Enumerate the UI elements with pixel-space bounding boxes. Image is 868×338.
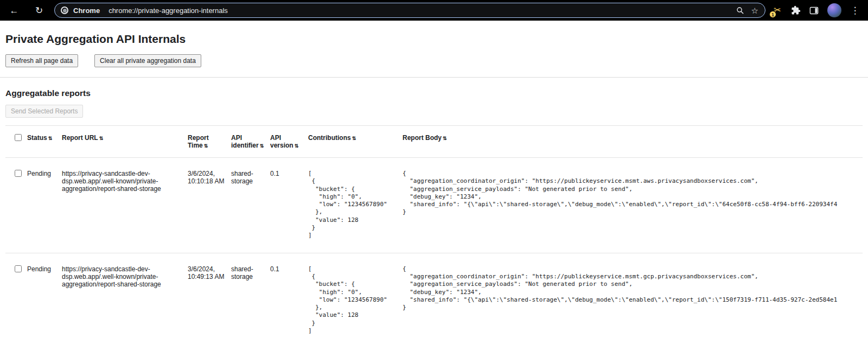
sort-icon: ⇅	[48, 136, 53, 141]
report-url-cell: https://privacy-sandcastle-dev-dsp.web.a…	[62, 253, 188, 338]
api-identifier-cell: shared-storage	[231, 158, 270, 253]
table-row: Pending https://privacy-sandcastle-dev-d…	[5, 158, 863, 253]
bookmark-star-icon[interactable]: ☆	[751, 7, 758, 15]
sort-icon: ⇅	[99, 136, 104, 141]
header-api-identifier-label: API identifier	[231, 134, 259, 149]
header-report-time[interactable]: Report Time⇅	[188, 126, 231, 158]
side-panel-icon[interactable]	[809, 5, 819, 16]
section-title: Aggregatable reports	[5, 88, 863, 98]
page-title: Private Aggregation API Internals	[5, 33, 863, 46]
page-content: Private Aggregation API Internals Refres…	[0, 33, 868, 338]
status-cell: Pending	[27, 158, 62, 253]
extension-badge: 1	[769, 11, 776, 18]
zoom-icon[interactable]	[736, 7, 744, 15]
header-api-version-label: API version	[270, 134, 293, 149]
sort-icon: ⇅	[443, 136, 447, 141]
header-contributions-label: Contributions	[308, 134, 351, 142]
pinned-extension-icon[interactable]: ✂ 1	[772, 5, 783, 16]
page-actions: Refresh all page data Clear all private …	[5, 54, 863, 67]
clear-all-button[interactable]: Clear all private aggregation data	[94, 54, 201, 67]
omnibox[interactable]: Chrome chrome://private-aggregation-inte…	[54, 3, 765, 18]
api-version-cell: 0.1	[270, 253, 308, 338]
send-selected-reports-button: Send Selected Reports	[5, 105, 83, 118]
contributions-cell: [ { "bucket": { "high": "0", "low": "123…	[308, 158, 403, 253]
header-status[interactable]: Status⇅	[27, 126, 62, 158]
row-select-cell	[5, 158, 27, 253]
header-status-label: Status	[27, 134, 47, 142]
report-body-cell: { "aggregation_coordinator_origin": "htt…	[403, 253, 863, 338]
api-version-cell: 0.1	[270, 158, 308, 253]
header-contributions[interactable]: Contributions⇅	[308, 126, 403, 158]
nav-icons: ← ↻	[5, 6, 49, 15]
back-icon[interactable]: ←	[9, 6, 20, 15]
divider	[0, 77, 868, 78]
status-cell: Pending	[27, 253, 62, 338]
header-report-body[interactable]: Report Body⇅	[403, 126, 863, 158]
chrome-logo-icon	[61, 7, 68, 14]
refresh-all-button[interactable]: Refresh all page data	[5, 54, 78, 67]
api-identifier-cell: shared-storage	[231, 253, 270, 338]
aggregatable-reports-table: Status⇅ Report URL⇅ Report Time⇅ API ide…	[5, 125, 863, 338]
table-row: Pending https://privacy-sandcastle-dev-d…	[5, 253, 863, 338]
omnibox-actions: ☆	[736, 7, 758, 15]
report-time-cell: 3/6/2024, 10:10:18 AM	[188, 158, 231, 253]
sort-icon: ⇅	[204, 143, 208, 149]
header-api-identifier[interactable]: API identifier⇅	[231, 126, 270, 158]
report-body-cell: { "aggregation_coordinator_origin": "htt…	[403, 158, 863, 253]
row-checkbox[interactable]	[15, 170, 22, 177]
reload-icon[interactable]: ↻	[34, 6, 44, 15]
sort-icon: ⇅	[352, 136, 356, 141]
report-time-cell: 3/6/2024, 10:49:13 AM	[188, 253, 231, 338]
origin-chip-label: Chrome	[73, 7, 100, 15]
browser-toolbar: ← ↻ Chrome chrome://private-aggregation-…	[0, 0, 868, 21]
header-report-body-label: Report Body	[403, 134, 442, 142]
sort-icon: ⇅	[260, 143, 264, 149]
header-report-url[interactable]: Report URL⇅	[62, 126, 188, 158]
menu-icon[interactable]: ⋮	[850, 6, 860, 15]
avatar[interactable]	[827, 3, 841, 17]
report-url-cell: https://privacy-sandcastle-dev-dsp.web.a…	[62, 158, 188, 253]
header-api-version[interactable]: API version⇅	[270, 126, 308, 158]
table-header-row: Status⇅ Report URL⇅ Report Time⇅ API ide…	[5, 126, 863, 158]
toolbar-right: ✂ 1 ⋮	[772, 3, 863, 17]
url-text[interactable]: chrome://private-aggregation-internals	[108, 7, 731, 15]
row-checkbox[interactable]	[15, 265, 22, 272]
row-select-cell	[5, 253, 27, 338]
select-all-cell	[5, 126, 27, 158]
select-all-checkbox[interactable]	[15, 134, 22, 141]
sort-icon: ⇅	[295, 143, 299, 149]
contributions-cell: [ { "bucket": { "high": "0", "low": "123…	[308, 253, 403, 338]
header-report-url-label: Report URL	[62, 134, 98, 142]
extensions-puzzle-icon[interactable]	[791, 5, 801, 15]
